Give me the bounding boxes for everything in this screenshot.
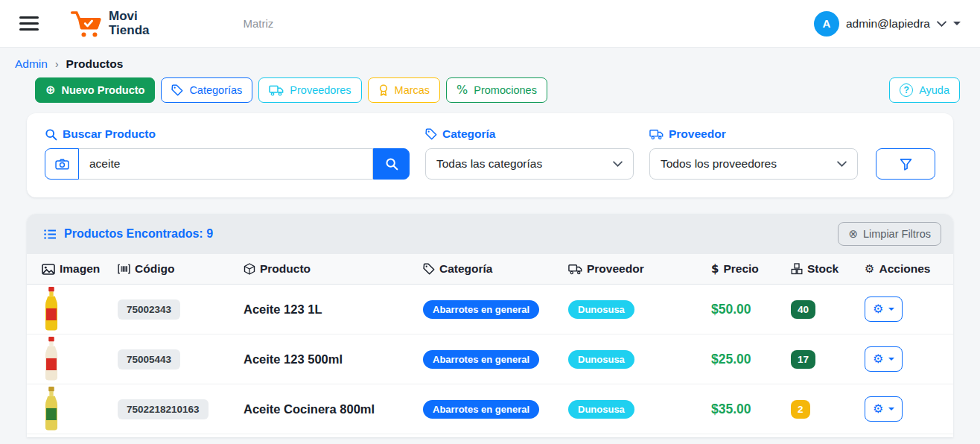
search-icon (45, 128, 57, 141)
truck-icon (269, 85, 284, 96)
gear-icon: ⚙ (865, 264, 874, 275)
provider-label: Proveedor (649, 127, 935, 141)
providers-button[interactable]: Proveedores (258, 77, 361, 103)
actions-toolbar: ⊕ Nuevo Producto Categorías Proveedores … (0, 71, 980, 103)
provider-select[interactable]: Todos los proveedores (649, 148, 858, 180)
tag-icon (425, 128, 437, 140)
col-header-acciones: ⚙ Acciones (865, 254, 953, 285)
row-actions-button[interactable]: ⚙ (865, 346, 903, 372)
search-submit-icon (385, 157, 398, 171)
truck-icon (649, 129, 664, 140)
store-context-label: Matriz (243, 17, 273, 30)
question-circle-icon: ? (900, 83, 913, 97)
tag-icon (171, 84, 183, 96)
advanced-filter-button[interactable] (876, 148, 935, 180)
product-image (42, 287, 61, 332)
funnel-icon (900, 158, 912, 171)
caret-down-icon (888, 358, 894, 361)
results-header: Productos Encontrados: 9 ⊗ Limpiar Filtr… (27, 214, 953, 254)
col-header-categoria: Categoría (423, 254, 568, 285)
product-price: $35.00 (711, 402, 751, 416)
gear-icon: ⚙ (873, 353, 883, 365)
product-price: $50.00 (711, 302, 751, 317)
category-select[interactable]: Todas las categorías (425, 148, 634, 180)
product-name: Aceite 123 1L (244, 302, 322, 316)
brand-logo[interactable]: Movi Tienda (70, 9, 149, 39)
col-header-imagen: Imagen (27, 254, 118, 285)
products-table: Imagen Código Producto (27, 254, 953, 434)
table-row: 7502218210163 Aceite Cocinera 800ml Abar… (27, 384, 953, 434)
top-navbar: Movi Tienda Matriz A admin@lapiedra (0, 0, 980, 48)
truck-icon (568, 264, 582, 275)
percent-icon: % (456, 84, 468, 96)
new-product-button[interactable]: ⊕ Nuevo Producto (35, 77, 155, 103)
table-body: 75002343 Aceite 123 1L Abarrotes en gene… (27, 285, 953, 434)
promotions-button[interactable]: % Promociones (446, 77, 547, 103)
stock-badge: 2 (791, 400, 810, 419)
results-title: Productos Encontrados: 9 (44, 227, 213, 241)
dollar-icon: $ (711, 264, 719, 275)
camera-search-button[interactable] (45, 148, 79, 180)
boxes-icon (791, 263, 803, 275)
brand-name: Movi Tienda (109, 10, 149, 37)
categories-button[interactable]: Categorías (161, 77, 252, 103)
search-button[interactable] (373, 148, 410, 180)
gear-icon: ⚙ (873, 403, 883, 415)
stock-badge: 40 (791, 300, 815, 319)
product-code-badge: 7502218210163 (118, 399, 209, 419)
search-label: Buscar Producto (45, 127, 410, 141)
product-code-badge: 75005443 (118, 349, 180, 370)
brands-button[interactable]: Marcas (368, 77, 441, 103)
oil-bottle-icon (42, 387, 61, 431)
chevron-down-icon (837, 161, 847, 167)
award-icon (378, 84, 389, 96)
product-image (42, 387, 61, 431)
category-selected-value: Todas las categorías (436, 157, 542, 171)
search-input[interactable] (79, 148, 373, 180)
help-button[interactable]: ? Ayuda (889, 77, 960, 103)
list-icon (44, 229, 57, 240)
menu-button[interactable] (19, 16, 39, 31)
row-actions-button[interactable]: ⚙ (865, 396, 903, 422)
search-panel: Buscar Producto (27, 113, 953, 197)
barcode-icon (118, 264, 130, 274)
caret-down-icon (888, 407, 894, 410)
provider-column: Proveedor Todos los proveedores (649, 127, 935, 180)
chevron-down-icon (613, 161, 623, 167)
product-name: Aceite Cocinera 800ml (244, 402, 375, 416)
category-label: Categoría (425, 127, 634, 141)
breadcrumb: Admin › Productos (0, 48, 980, 71)
avatar: A (814, 11, 839, 37)
caret-down-icon (888, 308, 894, 311)
product-image (42, 337, 61, 381)
cart-logo-icon (70, 9, 103, 39)
col-header-codigo: Código (118, 254, 244, 285)
search-column: Buscar Producto (45, 127, 410, 180)
table-header-row: Imagen Código Producto (27, 254, 953, 285)
breadcrumb-current: Productos (66, 57, 124, 71)
breadcrumb-separator: › (55, 58, 59, 70)
image-icon (42, 264, 55, 275)
camera-icon (55, 159, 69, 170)
col-header-stock: Stock (791, 254, 865, 285)
col-header-proveedor: Proveedor (568, 254, 711, 285)
col-header-producto: Producto (244, 254, 423, 285)
x-circle-icon: ⊗ (848, 229, 858, 240)
brand-line1: Movi (109, 10, 149, 23)
user-menu[interactable]: A admin@lapiedra (814, 11, 961, 37)
product-price: $25.00 (711, 352, 751, 367)
stock-badge: 17 (791, 350, 815, 369)
user-email: admin@lapiedra (846, 17, 930, 31)
clear-filters-button[interactable]: ⊗ Limpiar Filtros (838, 222, 941, 246)
category-badge: Abarrotes en general (423, 350, 539, 369)
col-header-precio: $ Precio (711, 254, 791, 285)
row-actions-button[interactable]: ⚙ (865, 296, 903, 322)
package-icon (244, 263, 255, 275)
results-panel: Productos Encontrados: 9 ⊗ Limpiar Filtr… (27, 214, 953, 437)
provider-badge: Dunosusa (568, 400, 634, 419)
brand-line2: Tienda (109, 24, 149, 37)
table-row: 75002343 Aceite 123 1L Abarrotes en gene… (27, 285, 953, 334)
oil-bottle-icon (42, 287, 61, 332)
gear-icon: ⚙ (873, 303, 883, 315)
breadcrumb-admin-link[interactable]: Admin (15, 57, 48, 71)
